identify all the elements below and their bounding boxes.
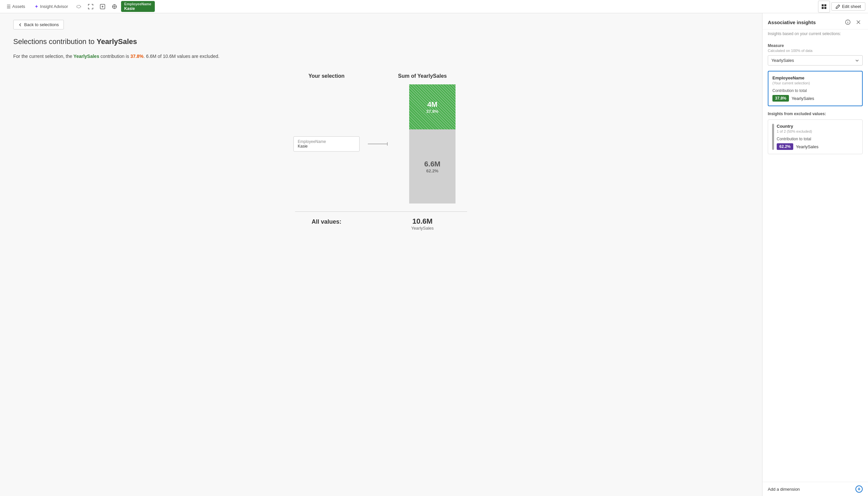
grid-view-btn[interactable] [818,1,830,13]
selection-box: EmployeeName Kasie [294,136,360,152]
panel-body: Measure Calculated on 100% of data Yearl… [762,40,868,482]
chart-section: Your selection Sum of YearlySales Employ… [13,73,749,231]
excluded-contrib-row: 62.2% YearlySales [777,143,858,150]
current-selection-badge: 37.8% [772,95,789,102]
svg-rect-13 [824,7,826,9]
measure-section-sublabel: Calculated on 100% of data [768,49,863,52]
desc-middle: contribution is [99,53,130,59]
target-icon-btn[interactable] [109,1,120,12]
desc-suffix: . 6.6M of 10.6M values are excluded. [144,53,220,59]
chart-header-selection: Your selection [285,73,368,79]
main-layout: Back to selections Selections contributi… [0,13,868,496]
insight-advisor-label: Insight Advisor [40,4,68,9]
excluded-card-country[interactable]: Country 1 of 2 (50% excluded) Contributi… [768,120,863,154]
back-to-selections-button[interactable]: Back to selections [13,20,64,29]
assets-tab[interactable]: ☰ Assets [3,1,29,12]
measure-dropdown[interactable]: YearlySales [768,55,863,65]
page-title-measure: YearlySales [97,37,137,46]
total-label: All values: [285,218,368,225]
panel-header: Associative insights [762,13,868,29]
excluded-section-title: Insights from excluded values: [768,111,863,116]
total-value-area: 10.6M YearlySales [368,217,477,231]
panel-subtitle: Insights based on your current selection… [762,29,868,40]
insight-advisor-tab[interactable]: ✦ Insight Advisor [30,1,72,12]
back-button-label: Back to selections [24,22,59,27]
add-dimension-label: Add a dimension [768,487,800,492]
card-contrib-label: Contribution to total [772,88,858,93]
topbar: ☰ Assets ✦ Insight Advisor EmployeeName … [0,0,868,13]
edit-sheet-label: Edit sheet [842,4,861,9]
bar-green: 4M 37.8% [409,84,456,129]
excluded-contrib-label: Contribution to total [777,137,858,141]
panel-title: Associative insights [768,19,816,25]
measure-section-label: Measure [768,43,863,48]
connector-line [368,144,388,144]
lasso-icon-btn[interactable] [74,1,84,12]
sel-value: Kasie [298,144,355,149]
svg-rect-10 [822,4,824,6]
selection-chip[interactable]: EmployeeName Kasie [121,1,155,12]
excluded-selection-label: 1 of 2 (50% excluded) [777,129,858,133]
svg-point-5 [114,6,115,7]
svg-point-16 [848,21,848,21]
chart-headers: Your selection Sum of YearlySales [285,73,477,79]
bar-gray: 6.6M 62.2% [409,129,456,203]
current-selection-card[interactable]: EmployeeName (Your current selection) Co… [768,71,863,106]
chip-value: Kasie [124,6,152,11]
bar-gray-pct: 62.2% [426,168,439,173]
panel-header-icons [843,18,863,27]
bar-container: 4M 37.8% 6.6M 62.2% [409,84,456,203]
connector-area [368,144,388,144]
card-selection-label: (Your current selection) [772,81,858,85]
desc-field: YearlySales [74,53,99,59]
bar-stack: 4M 37.8% 6.6M 62.2% [409,84,456,203]
selection-area: EmployeeName Kasie [285,136,368,152]
measure-selected-value: YearlySales [771,58,794,63]
current-selection-measure: YearlySales [792,96,814,101]
zoom-icon-btn[interactable] [97,1,108,12]
description: For the current selection, the YearlySal… [13,52,749,60]
page-title: Selections contribution to YearlySales [13,37,749,46]
page-title-prefix: Selections contribution to [13,37,97,46]
excluded-card-content: Country 1 of 2 (50% excluded) Contributi… [777,124,858,150]
assets-icon: ☰ [6,4,11,9]
chart-header-sum: Sum of YearlySales [368,73,477,79]
add-dimension-row[interactable]: Add a dimension + [762,482,868,496]
total-sublabel: YearlySales [411,226,434,231]
total-row: All values: 10.6M YearlySales [285,217,477,231]
card-field-name: EmployeeName [772,75,858,80]
info-icon-btn[interactable] [843,18,852,27]
bar-green-pct: 37.8% [426,109,439,114]
chevron-down-icon [855,59,859,63]
expand-icon-btn[interactable] [85,1,96,12]
svg-rect-12 [822,7,824,9]
card-contrib-row: 37.8% YearlySales [772,95,858,102]
assets-label: Assets [12,4,25,9]
svg-point-0 [77,5,81,8]
sel-field: EmployeeName [298,139,355,144]
excluded-measure-name: YearlySales [796,144,818,149]
desc-pct: 37.8% [130,53,144,59]
chart-body: EmployeeName Kasie 4M [285,84,477,203]
connector-end [387,142,388,145]
bar-green-value: 4M [427,100,438,109]
add-dimension-icon: + [855,485,863,493]
close-icon-btn[interactable] [854,18,863,27]
bar-gray-value: 6.6M [424,160,441,168]
total-value: 10.6M [412,217,432,226]
desc-prefix: For the current selection, the [13,53,74,59]
content-area: Back to selections Selections contributi… [0,13,762,496]
right-panel: Associative insights Insights b [762,13,868,496]
edit-sheet-button[interactable]: Edit sheet [831,2,865,11]
excluded-bar-indicator [772,124,774,150]
svg-rect-11 [824,4,826,6]
excluded-badge: 62.2% [777,143,793,150]
chip-field: EmployeeName [124,2,152,6]
excluded-field-name: Country [777,124,858,129]
insight-icon: ✦ [34,4,39,10]
bar-area: 4M 37.8% 6.6M 62.2% [388,84,477,203]
total-divider [295,212,467,212]
